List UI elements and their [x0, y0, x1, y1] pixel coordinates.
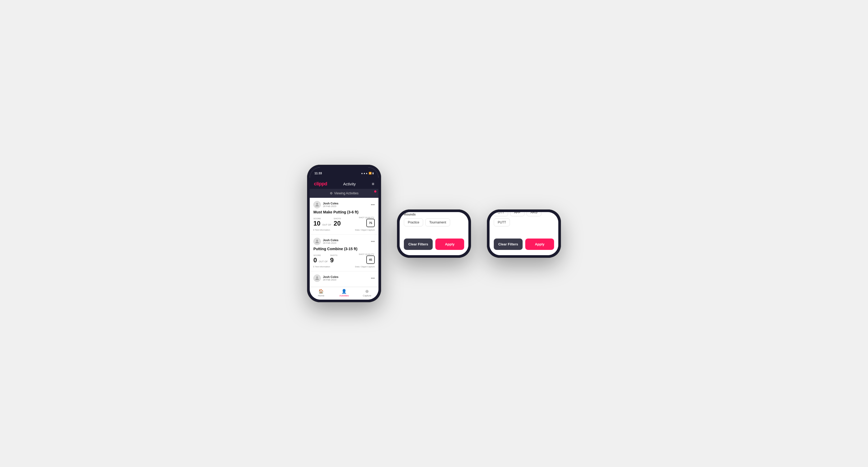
avatar [313, 201, 321, 208]
drills-filter-buttons: OTT APP ARG PUTT [494, 212, 554, 226]
test-info: ℹ Test Information [313, 229, 330, 231]
shot-quality-label: Shot Quality [359, 253, 374, 255]
filter-icon: ⚙ [330, 191, 333, 195]
menu-icon[interactable]: ≡ [372, 182, 374, 186]
user-name: Josh Coles [323, 239, 339, 242]
activity-card: Josh Coles 28 Feb 2023 ••• Must Make Put… [310, 198, 378, 235]
status-time: 11:33 [314, 172, 322, 175]
scene: 11:33 ▲▲▲ 📶 ▮ clippd Activity ≡ ⚙ Viewin… [291, 149, 577, 318]
user-info: Josh Coles 28 Feb 2023 [313, 201, 339, 208]
svg-point-0 [316, 203, 318, 205]
score-value: 0 [313, 256, 317, 264]
data-source: Data: Clippd Capture [355, 266, 375, 268]
svg-point-2 [316, 276, 318, 278]
app-header: clippd Activity ≡ [310, 179, 378, 189]
score-label: Score [313, 217, 332, 220]
out-of-label: OUT OF [322, 223, 331, 226]
status-bar: 11:33 ▲▲▲ 📶 ▮ [310, 167, 378, 179]
bottom-nav: 🏠 Home 👤 Activities ⊕ Capture [310, 287, 378, 300]
filter-modal: Filter × Show Rounds Practice Drills Pra… [490, 212, 558, 255]
nav-activities-label: Activities [339, 294, 349, 297]
info-icon: ℹ [313, 266, 314, 268]
nav-capture-label: Capture [363, 294, 371, 297]
user-info: Josh Coles 28 Feb 2023 [313, 275, 339, 282]
rounds-filter-buttons: Practice Tournament [404, 218, 464, 226]
battery-icon: ▮ [372, 172, 374, 175]
phone-activity-list: 11:33 ▲▲▲ 📶 ▮ clippd Activity ≡ ⚙ Viewin… [307, 165, 381, 302]
apply-button[interactable]: Apply [435, 239, 464, 250]
card-header: Josh Coles 28 Feb 2023 ••• [313, 201, 375, 208]
clear-filters-button[interactable]: Clear Filters [494, 239, 523, 250]
card-header: Josh Coles 28 Feb 2023 ••• [313, 275, 375, 282]
shots-section: Shots 20 [334, 217, 342, 227]
activity-card-partial: Josh Coles 28 Feb 2023 ••• [310, 271, 378, 287]
score-section: Score 10 OUT OF [313, 217, 332, 227]
shot-quality-section: Shot Quality 45 [359, 253, 375, 264]
nav-capture[interactable]: ⊕ Capture [355, 289, 378, 297]
shots-value: 20 [334, 220, 341, 227]
score-section: Score 0 OUT OF [313, 254, 329, 264]
shot-quality-badge: 45 [366, 255, 375, 264]
modal-body: Show Rounds Practice Drills Practice Dri… [490, 212, 558, 235]
home-icon: 🏠 [318, 289, 324, 294]
avatar [313, 238, 321, 245]
header-title: Activity [343, 182, 356, 186]
nav-home[interactable]: 🏠 Home [310, 289, 333, 297]
more-button[interactable]: ••• [371, 239, 375, 244]
phone-filter-rounds: 11:33 ▲▲▲ 📶 ▮ clippd Activity ≡ ⚙ Viewin… [397, 210, 471, 258]
notification-dot [374, 190, 376, 192]
activity-feed: Josh Coles 28 Feb 2023 ••• Must Make Put… [310, 198, 378, 287]
activity-title: Putting Combine (3-15 ft) [313, 247, 375, 251]
info-icon: ℹ [313, 229, 314, 231]
filter-ott-button[interactable]: OTT [494, 212, 508, 216]
activity-card: Josh Coles 28 Feb 2023 ••• Putting Combi… [310, 235, 378, 271]
modal-footer: Clear Filters Apply [490, 235, 558, 255]
test-info: ℹ Test Information [313, 266, 330, 268]
user-info: Josh Coles 28 Feb 2023 [313, 238, 339, 245]
signal-icon: ▲▲▲ [361, 172, 368, 175]
shots-value: 9 [330, 256, 334, 263]
user-details: Josh Coles 28 Feb 2023 [323, 239, 339, 244]
user-date: 28 Feb 2023 [323, 242, 339, 244]
wifi-icon: 📶 [369, 172, 372, 175]
shot-quality-section: Shot Quality 75 [359, 216, 375, 227]
rounds-label: Rounds [404, 213, 464, 216]
viewing-bar-text: Viewing Activities [334, 191, 359, 195]
status-icons: ▲▲▲ 📶 ▮ [361, 172, 374, 175]
user-details: Josh Coles 28 Feb 2023 [323, 202, 339, 208]
apply-button[interactable]: Apply [525, 239, 554, 250]
filter-modal: Filter × Show Rounds Practice Drills Rou… [400, 212, 468, 255]
card-header: Josh Coles 28 Feb 2023 ••• [313, 238, 375, 245]
nav-activities[interactable]: 👤 Activities [333, 289, 356, 297]
filter-app-button[interactable]: APP [510, 212, 524, 216]
capture-icon: ⊕ [365, 289, 369, 294]
filter-arg-button[interactable]: ARG [527, 212, 541, 216]
user-name: Josh Coles [323, 202, 339, 205]
more-button[interactable]: ••• [371, 276, 375, 280]
svg-point-1 [316, 240, 318, 242]
activity-title: Must Make Putting (3-6 ft) [313, 210, 375, 214]
filter-practice-button[interactable]: Practice [404, 218, 423, 226]
user-date: 28 Feb 2023 [323, 205, 339, 208]
clear-filters-button[interactable]: Clear Filters [404, 239, 433, 250]
activities-icon: 👤 [341, 289, 347, 294]
score-label: Score [313, 254, 328, 256]
shots-section: Shots 9 [330, 254, 338, 264]
modal-footer: Clear Filters Apply [400, 235, 468, 255]
out-of-label: OUT OF [319, 260, 328, 263]
shots-label: Shots [334, 217, 341, 220]
filter-tournament-button[interactable]: Tournament [425, 218, 450, 226]
modal-body: Show Rounds Practice Drills Rounds Pract… [400, 212, 468, 235]
shots-label: Shots [330, 254, 338, 256]
avatar [313, 275, 321, 282]
phone-filter-drills: 11:33 ▲▲▲ 📶 ▮ clippd Activity ≡ ⚙ Viewin… [487, 210, 561, 258]
shot-quality-badge: 75 [366, 219, 375, 227]
logo: clippd [314, 181, 327, 187]
score-value: 10 [313, 220, 320, 227]
nav-home-label: Home [318, 294, 324, 297]
data-source: Data: Clippd Capture [355, 229, 375, 231]
more-button[interactable]: ••• [371, 203, 375, 207]
user-date: 28 Feb 2023 [323, 278, 339, 281]
filter-putt-button[interactable]: PUTT [494, 218, 510, 226]
viewing-bar[interactable]: ⚙ Viewing Activities [310, 189, 378, 198]
